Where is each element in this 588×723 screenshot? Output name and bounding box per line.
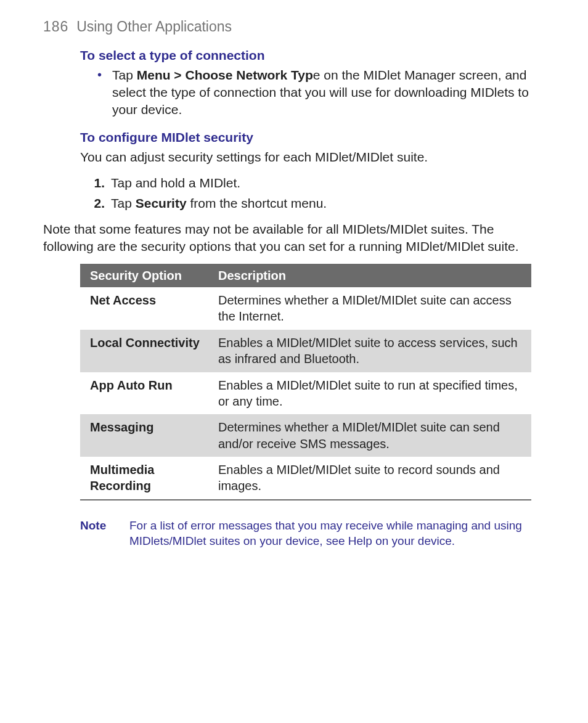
list-number: 1. <box>85 174 105 192</box>
cell-description: Determines whether a MIDlet/MIDlet suite… <box>208 287 531 330</box>
cell-description: Enables a MIDlet/MIDlet suite to access … <box>208 330 531 372</box>
security-after: Note that some features may not be avail… <box>43 221 531 255</box>
bullet-item: • Tap Menu > Choose Network Type on the … <box>97 67 531 118</box>
bullet-text: Tap Menu > Choose Network Type on the MI… <box>112 67 531 118</box>
ordered-list: 1. Tap and hold a MIDlet. 2. Tap Securit… <box>85 174 531 212</box>
cell-option: Multimedia Recording <box>80 457 208 500</box>
note-label: Note <box>80 518 129 549</box>
section-title-security: To configure MIDlet security <box>80 129 531 146</box>
list-text: Tap and hold a MIDlet. <box>111 174 531 192</box>
note-block: Note For a list of error messages that y… <box>80 518 531 549</box>
table-row: Local Connectivity Enables a MIDlet/MIDl… <box>80 330 531 372</box>
table-row: Multimedia Recording Enables a MIDlet/MI… <box>80 457 531 500</box>
col-header-description: Description <box>208 264 531 287</box>
cell-description: Enables a MIDlet/MIDlet suite to run at … <box>208 372 531 415</box>
cell-description: Determines whether a MIDlet/MIDlet suite… <box>208 414 531 457</box>
bullet-icon: • <box>97 67 112 118</box>
chapter-title: Using Other Applications <box>76 18 232 35</box>
page-number: 186 <box>43 18 68 35</box>
table-row: Messaging Determines whether a MIDlet/MI… <box>80 414 531 457</box>
cell-option: Messaging <box>80 414 208 457</box>
cell-description: Enables a MIDlet/MIDlet suite to record … <box>208 457 531 500</box>
page: 186 Using Other Applications To select a… <box>0 0 588 549</box>
security-intro: You can adjust security settings for eac… <box>80 149 531 166</box>
security-options-table: Security Option Description Net Access D… <box>80 264 531 500</box>
col-header-option: Security Option <box>80 264 208 287</box>
cell-option: App Auto Run <box>80 372 208 415</box>
cell-option: Net Access <box>80 287 208 330</box>
note-text: For a list of error messages that you ma… <box>129 518 531 549</box>
cell-option: Local Connectivity <box>80 330 208 372</box>
list-item: 1. Tap and hold a MIDlet. <box>85 174 531 192</box>
running-header: 186 Using Other Applications <box>43 17 531 36</box>
table-header-row: Security Option Description <box>80 264 531 287</box>
list-item: 2. Tap Security from the shortcut menu. <box>85 195 531 212</box>
list-number: 2. <box>85 195 105 212</box>
table-row: Net Access Determines whether a MIDlet/M… <box>80 287 531 330</box>
section-title-connection: To select a type of connection <box>80 47 531 64</box>
table-row: App Auto Run Enables a MIDlet/MIDlet sui… <box>80 372 531 415</box>
list-text: Tap Security from the shortcut menu. <box>111 195 531 212</box>
